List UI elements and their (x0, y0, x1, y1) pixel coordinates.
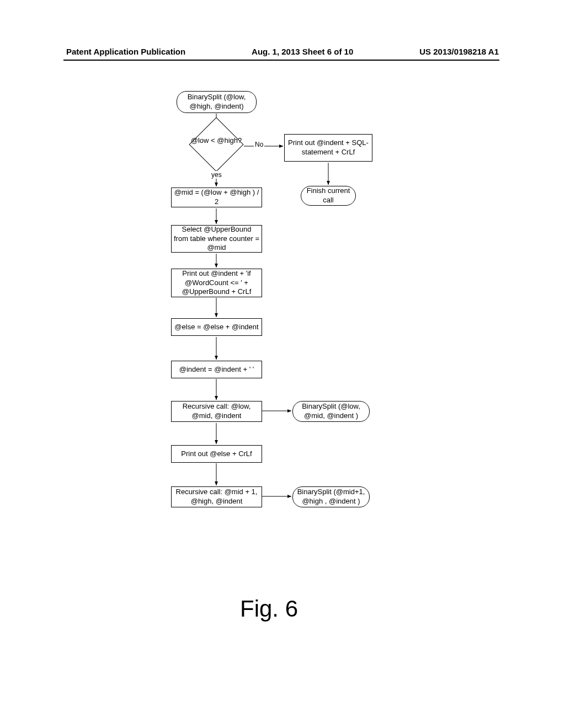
select-upper-text: Select @UpperBound from table where coun… (174, 225, 259, 253)
print-else-text: Print out @else + CrLf (181, 449, 252, 459)
header-right: US 2013/0198218 A1 (419, 47, 499, 56)
mid-calc-process: @mid = (@low + @high ) / 2 (171, 188, 262, 207)
indent-assign-text: @indent = @indent + ' ' (179, 365, 254, 374)
header-divider (63, 60, 499, 61)
decision-node: @low < @high? (189, 128, 244, 161)
finish-terminator: Finish current call (301, 186, 356, 206)
yes-label: yes (210, 171, 223, 179)
indent-assign-process: @indent = @indent + ' ' (171, 361, 262, 378)
bs-call1-text: BinarySplit (@low, @mid, @indent ) (293, 402, 369, 421)
print-else-process: Print out @else + CrLf (171, 445, 262, 463)
rec-call1-text: Recursive call: @low, @mid, @indent (174, 402, 259, 421)
finish-text: Finish current call (301, 186, 355, 205)
bs-call2-text: BinarySplit (@mid+1, @high , @indent ) (293, 488, 369, 506)
connectors (0, 88, 565, 640)
start-terminator: BinarySplit (@low, @high, @indent) (177, 91, 257, 113)
rec-call1-process: Recursive call: @low, @mid, @indent (171, 401, 262, 422)
print-if-process: Print out @indent + 'if @WordCount <= ' … (171, 269, 262, 297)
no-label: No (254, 141, 264, 148)
rec-call2-process: Recursive call: @mid + 1, @high, @indent (171, 486, 262, 507)
print-sql-process: Print out @indent + SQL-statement + CrLf (284, 134, 372, 162)
print-sql-text: Print out @indent + SQL-statement + CrLf (287, 138, 370, 157)
else-assign-process: @else = @else + @indent (171, 318, 262, 336)
decision-text: @low < @high? (189, 136, 244, 145)
start-text: BinarySplit (@low, @high, @indent) (177, 93, 256, 111)
figure-label: Fig. 6 (240, 596, 298, 622)
else-assign-text: @else = @else + @indent (174, 323, 258, 332)
header-center: Aug. 1, 2013 Sheet 6 of 10 (252, 47, 353, 56)
rec-call2-text: Recursive call: @mid + 1, @high, @indent (174, 488, 259, 506)
bs-call1-terminator: BinarySplit (@low, @mid, @indent ) (292, 401, 370, 422)
header-left: Patent Application Publication (66, 47, 185, 56)
select-upper-process: Select @UpperBound from table where coun… (171, 225, 262, 253)
print-if-text: Print out @indent + 'if @WordCount <= ' … (174, 269, 259, 297)
bs-call2-terminator: BinarySplit (@mid+1, @high , @indent ) (292, 486, 370, 507)
mid-calc-text: @mid = (@low + @high ) / 2 (174, 188, 259, 207)
